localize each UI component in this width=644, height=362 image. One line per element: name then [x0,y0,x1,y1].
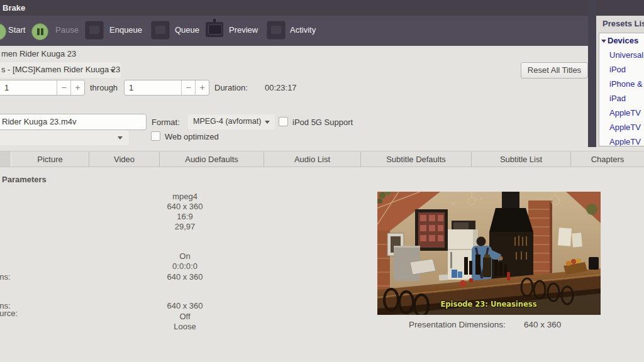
ipod-support-checkbox[interactable] [279,117,288,126]
preset-item[interactable]: AppleTV [609,108,641,118]
summary-dimensions: 640 x 360 [147,202,223,211]
activity-button[interactable]: Activity [290,25,316,35]
tab-audio-defaults[interactable]: Audio Defaults [160,151,264,167]
destination-filename-input[interactable]: Rider Kuuga 23.m4v [0,114,147,130]
preview-icon[interactable] [206,22,223,37]
duration-label: Duration: [214,83,248,92]
reset-all-titles-button[interactable]: Reset All Titles [521,62,588,79]
summary-anamorphic: Off [147,312,223,321]
summary-label-fragment: ons: [0,272,11,282]
summary-autocrop: On [147,251,223,261]
pause-icon [31,23,48,40]
titlebar: Brake [0,0,644,16]
preset-item[interactable]: iPhone & [609,79,643,89]
summary-framerate: 29,97 [147,222,223,231]
preset-item[interactable]: AppleTV [609,137,641,146]
handbrake-window: Brake Start Pause Enqueue Queue Preview … [0,0,644,362]
tab-chapters[interactable]: Chapters [571,151,644,167]
tab-video[interactable]: Video [89,151,160,167]
destination-filename: Rider Kuuga 23.m4v [2,117,77,126]
chapter-end-value[interactable]: 1 [129,83,133,92]
spin-plus-button[interactable]: + [70,80,84,95]
queue-button[interactable]: Queue [175,25,199,35]
window-title: Brake [3,3,25,13]
preset-item[interactable]: iPad [609,94,626,103]
activity-icon[interactable] [267,21,286,40]
tab-subtitle-list[interactable]: Subtitle List [472,151,571,167]
enqueue-button[interactable]: Enqueue [109,25,142,35]
settings-tabbar: Picture Video Audio Defaults Audio List … [0,151,644,167]
destination-folder-selector[interactable] [0,130,129,145]
through-label: through [90,83,118,92]
start-icon[interactable] [0,23,6,40]
toolbar: Start Pause Enqueue Queue Preview Activi… [0,16,596,46]
spin-minus-button[interactable]: − [181,80,195,95]
expander-down-icon[interactable] [601,40,606,43]
tab-subtitle-defaults[interactable]: Subtitle Defaults [361,151,472,167]
queue-icon[interactable] [151,21,170,40]
summary-crop-dims: 640 x 360 [147,272,223,282]
tab-summary-partial[interactable] [0,151,11,167]
chapter-start-value[interactable]: 1 [4,83,9,92]
summary-label-fragment: ource: [0,309,18,318]
preset-group-devices[interactable]: Devices [608,36,638,45]
web-optimized-checkbox[interactable] [151,131,160,141]
spin-plus-button[interactable]: + [195,80,209,95]
format-label: Format: [152,118,180,127]
spin-minus-button[interactable]: − [57,80,70,95]
chapter-start-spinner[interactable]: 1 − + [0,80,85,96]
preset-item[interactable]: iPod [609,65,626,74]
title-selector[interactable]: s - [MCS]Kamen Rider Kuuga 23 [0,62,121,78]
presentation-dimensions-label: Presentation Dimensions: [409,320,506,329]
parameters-heading: Parameters [2,175,47,184]
chapter-end-spinner[interactable]: 1 − + [124,80,209,96]
presets-panel: Presets List Devices Universal iPod iPho… [596,16,644,147]
chevron-down-icon [265,121,270,124]
format-selector[interactable]: MPEG-4 (avformat) [188,114,275,129]
summary-storage-dims: 640 x 360 [147,301,223,310]
enqueue-icon[interactable] [85,21,104,40]
tab-picture[interactable]: Picture [11,151,89,167]
summary-modulus: Loose [147,322,223,331]
preview-button[interactable]: Preview [229,25,258,35]
format-value: MPEG-4 (avformat) [193,117,261,126]
summary-aspect: 16:9 [147,212,223,221]
preview-image: Episode 23: Uneasiness [377,192,601,315]
tab-audio-list[interactable]: Audio List [264,151,361,167]
title-selector-value: s - [MCS]Kamen Rider Kuuga 23 [1,65,120,74]
preset-item[interactable]: Universal [609,50,643,60]
presets-header: Presets List [602,19,644,28]
ipod-support-label: iPod 5G Support [292,118,353,127]
presets-panel-edge [588,0,596,147]
presentation-dimensions-value: 640 x 360 [524,320,561,329]
summary-format: mpeg4 [147,192,223,201]
burned-subtitle: Episode 23: Uneasiness [441,300,537,309]
web-optimized-label: Web optimized [165,132,219,141]
summary-crop: 0:0:0:0 [147,261,223,271]
chevron-down-icon [118,136,123,140]
start-button[interactable]: Start [8,25,25,35]
duration-value: 00:23:17 [265,83,297,92]
presets-list[interactable]: Devices Universal iPod iPhone & iPad App… [599,33,644,146]
source-title: men Rider Kuuga 23 [1,49,76,58]
chevron-down-icon [110,69,115,72]
preset-item[interactable]: AppleTV [609,123,641,132]
pause-button: Pause [55,25,79,35]
